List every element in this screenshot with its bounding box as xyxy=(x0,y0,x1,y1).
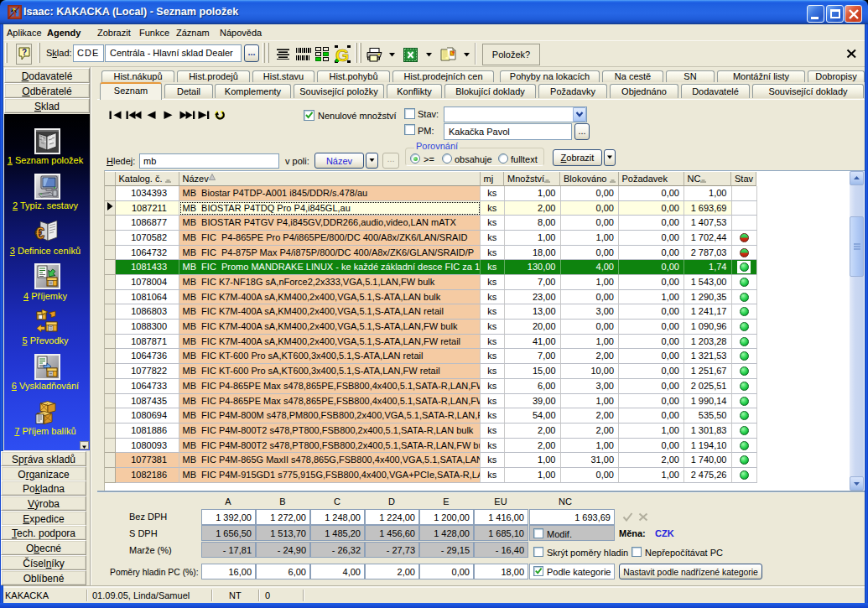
svg-text:G: G xyxy=(335,45,349,63)
svg-text:€: € xyxy=(35,224,44,242)
svg-text:?: ? xyxy=(22,48,27,57)
